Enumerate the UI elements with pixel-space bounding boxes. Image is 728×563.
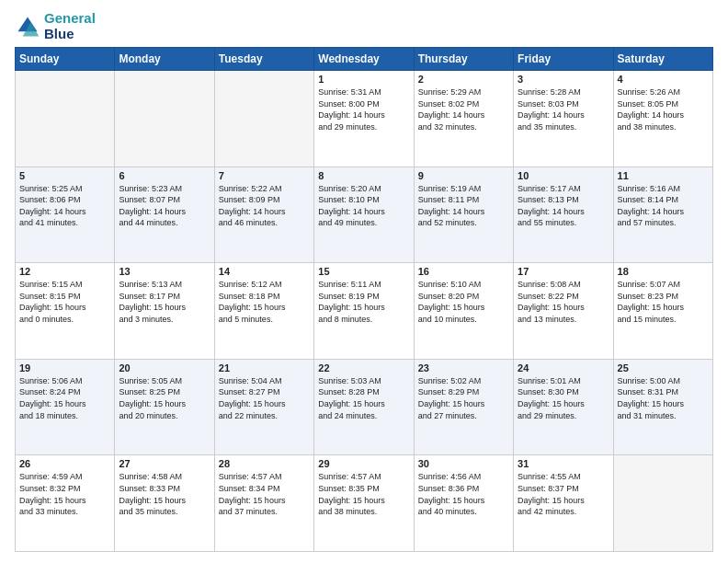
calendar-cell: 1Sunrise: 5:31 AM Sunset: 8:00 PM Daylig…: [314, 71, 414, 167]
day-number: 14: [219, 266, 310, 277]
page: General Blue SundayMondayTuesdayWednesda…: [0, 0, 728, 563]
day-number: 12: [19, 266, 110, 277]
day-header-saturday: Saturday: [613, 48, 712, 71]
day-info: Sunrise: 5:26 AM Sunset: 8:05 PM Dayligh…: [618, 86, 709, 132]
calendar-cell: 3Sunrise: 5:28 AM Sunset: 8:03 PM Daylig…: [514, 71, 613, 167]
calendar-cell: 23Sunrise: 5:02 AM Sunset: 8:29 PM Dayli…: [414, 359, 513, 455]
day-info: Sunrise: 4:57 AM Sunset: 8:34 PM Dayligh…: [219, 471, 310, 517]
calendar-cell: 21Sunrise: 5:04 AM Sunset: 8:27 PM Dayli…: [214, 359, 313, 455]
day-number: 21: [219, 362, 310, 373]
day-number: 15: [318, 266, 409, 277]
week-row-1: 1Sunrise: 5:31 AM Sunset: 8:00 PM Daylig…: [16, 71, 713, 167]
day-header-sunday: Sunday: [16, 48, 115, 71]
day-number: 8: [318, 170, 409, 181]
calendar-cell: 8Sunrise: 5:20 AM Sunset: 8:10 PM Daylig…: [314, 167, 414, 263]
day-info: Sunrise: 4:57 AM Sunset: 8:35 PM Dayligh…: [318, 471, 409, 517]
calendar-header-row: SundayMondayTuesdayWednesdayThursdayFrid…: [16, 48, 713, 71]
calendar-cell: 24Sunrise: 5:01 AM Sunset: 8:30 PM Dayli…: [514, 359, 613, 455]
calendar-cell: 25Sunrise: 5:00 AM Sunset: 8:31 PM Dayli…: [613, 359, 712, 455]
calendar-cell: 29Sunrise: 4:57 AM Sunset: 8:35 PM Dayli…: [314, 455, 414, 552]
logo-icon: [15, 14, 40, 40]
day-number: 6: [119, 170, 210, 181]
calendar-cell: 17Sunrise: 5:08 AM Sunset: 8:22 PM Dayli…: [514, 263, 613, 360]
logo: General Blue: [15, 11, 96, 41]
day-number: 24: [518, 362, 609, 373]
day-info: Sunrise: 5:28 AM Sunset: 8:03 PM Dayligh…: [518, 86, 609, 132]
day-number: 25: [618, 362, 709, 373]
day-info: Sunrise: 5:20 AM Sunset: 8:10 PM Dayligh…: [318, 183, 409, 229]
calendar-cell: 6Sunrise: 5:23 AM Sunset: 8:07 PM Daylig…: [115, 167, 214, 263]
day-info: Sunrise: 5:17 AM Sunset: 8:13 PM Dayligh…: [518, 183, 609, 229]
day-number: 23: [418, 362, 509, 373]
day-info: Sunrise: 5:13 AM Sunset: 8:17 PM Dayligh…: [119, 279, 210, 325]
calendar-cell: 13Sunrise: 5:13 AM Sunset: 8:17 PM Dayli…: [115, 263, 214, 360]
day-header-tuesday: Tuesday: [214, 48, 313, 71]
calendar: SundayMondayTuesdayWednesdayThursdayFrid…: [15, 47, 713, 552]
day-number: 5: [19, 170, 110, 181]
calendar-cell: 16Sunrise: 5:10 AM Sunset: 8:20 PM Dayli…: [414, 263, 513, 360]
calendar-cell: 11Sunrise: 5:16 AM Sunset: 8:14 PM Dayli…: [613, 167, 712, 263]
calendar-cell: 10Sunrise: 5:17 AM Sunset: 8:13 PM Dayli…: [514, 167, 613, 263]
day-info: Sunrise: 5:10 AM Sunset: 8:20 PM Dayligh…: [418, 279, 509, 325]
calendar-cell: [214, 71, 313, 167]
day-info: Sunrise: 5:12 AM Sunset: 8:18 PM Dayligh…: [219, 279, 310, 325]
day-info: Sunrise: 4:58 AM Sunset: 8:33 PM Dayligh…: [119, 471, 210, 517]
day-header-wednesday: Wednesday: [314, 48, 414, 71]
day-info: Sunrise: 5:05 AM Sunset: 8:25 PM Dayligh…: [119, 375, 210, 421]
day-number: 17: [518, 266, 609, 277]
calendar-body: 1Sunrise: 5:31 AM Sunset: 8:00 PM Daylig…: [16, 71, 713, 552]
day-number: 16: [418, 266, 509, 277]
day-number: 9: [418, 170, 509, 181]
calendar-cell: 5Sunrise: 5:25 AM Sunset: 8:06 PM Daylig…: [16, 167, 115, 263]
calendar-cell: [115, 71, 214, 167]
day-number: 2: [418, 74, 509, 85]
calendar-cell: 9Sunrise: 5:19 AM Sunset: 8:11 PM Daylig…: [414, 167, 513, 263]
logo-text: General Blue: [44, 11, 96, 41]
day-info: Sunrise: 5:03 AM Sunset: 8:28 PM Dayligh…: [318, 375, 409, 421]
day-info: Sunrise: 5:29 AM Sunset: 8:02 PM Dayligh…: [418, 86, 509, 132]
day-number: 22: [318, 362, 409, 373]
calendar-cell: 12Sunrise: 5:15 AM Sunset: 8:15 PM Dayli…: [16, 263, 115, 360]
week-row-4: 19Sunrise: 5:06 AM Sunset: 8:24 PM Dayli…: [16, 359, 713, 455]
day-number: 7: [219, 170, 310, 181]
calendar-cell: 27Sunrise: 4:58 AM Sunset: 8:33 PM Dayli…: [115, 455, 214, 552]
week-row-3: 12Sunrise: 5:15 AM Sunset: 8:15 PM Dayli…: [16, 263, 713, 360]
day-info: Sunrise: 4:55 AM Sunset: 8:37 PM Dayligh…: [518, 471, 609, 517]
calendar-cell: [16, 71, 115, 167]
week-row-5: 26Sunrise: 4:59 AM Sunset: 8:32 PM Dayli…: [16, 455, 713, 552]
day-number: 26: [19, 458, 110, 469]
day-number: 31: [518, 458, 609, 469]
day-info: Sunrise: 5:01 AM Sunset: 8:30 PM Dayligh…: [518, 375, 609, 421]
day-info: Sunrise: 5:16 AM Sunset: 8:14 PM Dayligh…: [618, 183, 709, 229]
day-info: Sunrise: 5:11 AM Sunset: 8:19 PM Dayligh…: [318, 279, 409, 325]
header: General Blue: [15, 11, 713, 41]
day-number: 10: [518, 170, 609, 181]
calendar-cell: 26Sunrise: 4:59 AM Sunset: 8:32 PM Dayli…: [16, 455, 115, 552]
day-info: Sunrise: 5:08 AM Sunset: 8:22 PM Dayligh…: [518, 279, 609, 325]
calendar-cell: 7Sunrise: 5:22 AM Sunset: 8:09 PM Daylig…: [214, 167, 313, 263]
day-number: 27: [119, 458, 210, 469]
calendar-cell: [613, 455, 712, 552]
day-info: Sunrise: 5:04 AM Sunset: 8:27 PM Dayligh…: [219, 375, 310, 421]
day-number: 13: [119, 266, 210, 277]
day-number: 28: [219, 458, 310, 469]
day-info: Sunrise: 5:07 AM Sunset: 8:23 PM Dayligh…: [618, 279, 709, 325]
day-info: Sunrise: 5:22 AM Sunset: 8:09 PM Dayligh…: [219, 183, 310, 229]
day-number: 29: [318, 458, 409, 469]
calendar-cell: 28Sunrise: 4:57 AM Sunset: 8:34 PM Dayli…: [214, 455, 313, 552]
day-info: Sunrise: 4:56 AM Sunset: 8:36 PM Dayligh…: [418, 471, 509, 517]
day-number: 11: [618, 170, 709, 181]
calendar-cell: 31Sunrise: 4:55 AM Sunset: 8:37 PM Dayli…: [514, 455, 613, 552]
day-header-thursday: Thursday: [414, 48, 513, 71]
day-info: Sunrise: 5:19 AM Sunset: 8:11 PM Dayligh…: [418, 183, 509, 229]
day-info: Sunrise: 5:15 AM Sunset: 8:15 PM Dayligh…: [19, 279, 110, 325]
day-number: 3: [518, 74, 609, 85]
day-info: Sunrise: 4:59 AM Sunset: 8:32 PM Dayligh…: [19, 471, 110, 517]
calendar-cell: 14Sunrise: 5:12 AM Sunset: 8:18 PM Dayli…: [214, 263, 313, 360]
calendar-cell: 30Sunrise: 4:56 AM Sunset: 8:36 PM Dayli…: [414, 455, 513, 552]
day-number: 1: [318, 74, 409, 85]
calendar-cell: 2Sunrise: 5:29 AM Sunset: 8:02 PM Daylig…: [414, 71, 513, 167]
calendar-cell: 18Sunrise: 5:07 AM Sunset: 8:23 PM Dayli…: [613, 263, 712, 360]
day-info: Sunrise: 5:31 AM Sunset: 8:00 PM Dayligh…: [318, 86, 409, 132]
calendar-cell: 15Sunrise: 5:11 AM Sunset: 8:19 PM Dayli…: [314, 263, 414, 360]
